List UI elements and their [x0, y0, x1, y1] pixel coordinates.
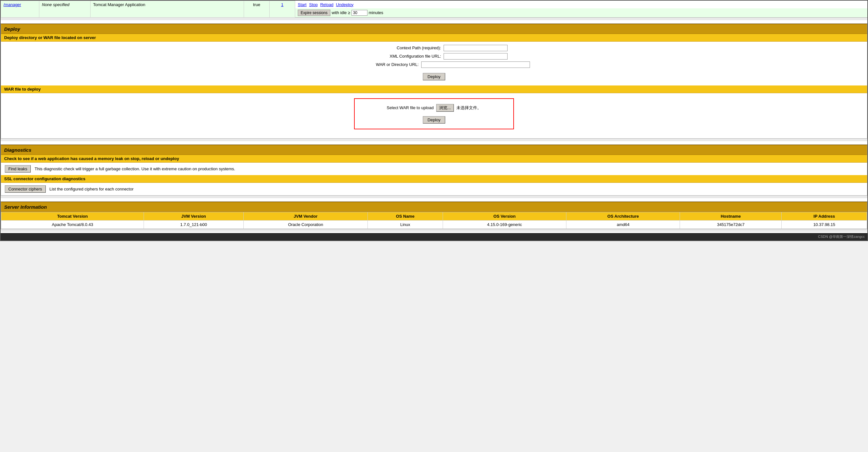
- sessions-link[interactable]: 1: [281, 2, 283, 7]
- tomcat-version-cell: Apache Tomcat/8.0.43: [1, 220, 144, 229]
- war-dir-row: WAR or Directory URL:: [7, 61, 861, 68]
- app-table: /manager None specified Tomcat Manager A…: [1, 1, 867, 18]
- server-table-header-row: Tomcat Version JVM Version JVM Vendor OS…: [1, 212, 867, 220]
- col-jvm-version: JVM Version: [144, 212, 244, 220]
- war-dir-label: WAR or Directory URL:: [338, 62, 421, 67]
- leaks-description: This diagnostic check will trigger a ful…: [35, 166, 235, 171]
- os-arch-cell: amd64: [566, 220, 680, 229]
- expire-row: Expire sessions with idle ≥ minutes: [295, 8, 867, 17]
- find-leaks-button[interactable]: Find leaks: [5, 165, 31, 173]
- xml-config-row: XML Configuration file URL:: [7, 53, 861, 60]
- start-link[interactable]: Start: [298, 2, 306, 7]
- connector-row: Connector ciphers List the configured ci…: [1, 183, 867, 195]
- war-subsection-title: WAR file to deploy: [4, 87, 41, 91]
- upload-label: Select WAR file to upload: [387, 105, 434, 110]
- server-info-header: Server Information: [1, 202, 867, 212]
- gap1: [1, 18, 867, 20]
- reload-link[interactable]: Reload: [320, 2, 333, 7]
- war-deploy-btn-row: Deploy: [360, 115, 508, 123]
- war-subsection-header: WAR file to deploy: [1, 85, 867, 93]
- col-jvm-vendor: JVM Vendor: [243, 212, 368, 220]
- no-file-text: 未选择文件。: [456, 105, 481, 111]
- deploy-btn-row: Deploy: [7, 70, 861, 82]
- diagnostics-title: Diagnostics: [4, 147, 31, 153]
- col-ip-address: IP Address: [782, 212, 867, 220]
- deploy-form: Context Path (required): XML Configurati…: [1, 41, 867, 85]
- server-info-section: Server Information Tomcat Version JVM Ve…: [1, 201, 867, 229]
- undeploy-link[interactable]: Undeploy: [336, 2, 353, 7]
- war-upload-box: Select WAR file to upload 浏览... 未选择文件。 D…: [354, 98, 514, 129]
- war-deploy-button[interactable]: Deploy: [423, 116, 445, 123]
- idle-label2: minutes: [369, 10, 383, 15]
- context-path-label: Context Path (required):: [361, 46, 443, 50]
- find-leaks-row: Find leaks This diagnostic check will tr…: [1, 163, 867, 175]
- app-display-name: Tomcat Manager Application: [93, 2, 145, 7]
- diagnostics-header: Diagnostics: [1, 145, 867, 155]
- os-version-cell: 4.15.0-169-generic: [443, 220, 566, 229]
- deploy-subsection-title: Deploy directory or WAR file located on …: [4, 35, 96, 40]
- context-path-row: Context Path (required):: [7, 45, 861, 51]
- idle-label1: with idle ≥: [332, 10, 350, 15]
- connector-ciphers-button[interactable]: Connector ciphers: [5, 185, 46, 193]
- col-os-name: OS Name: [368, 212, 443, 220]
- deploy-title: Deploy: [4, 26, 20, 32]
- war-upload-row: Select WAR file to upload 浏览... 未选择文件。: [360, 104, 508, 112]
- context-path-input[interactable]: [443, 45, 507, 51]
- leaks-subtitle: Check to see if a web application has ca…: [4, 156, 179, 161]
- server-info-title: Server Information: [4, 204, 47, 210]
- idle-input[interactable]: [351, 10, 368, 16]
- virtual-host: None specified: [42, 2, 69, 7]
- deploy-section: Deploy Deploy directory or WAR file loca…: [1, 23, 867, 139]
- col-hostname: Hostname: [680, 212, 782, 220]
- diagnostics-section: Diagnostics Check to see if a web applic…: [1, 144, 867, 196]
- page-wrapper: /manager None specified Tomcat Manager A…: [0, 0, 868, 241]
- action-links: Start Stop Reload Undeploy: [295, 1, 867, 8]
- xml-config-label: XML Configuration file URL:: [361, 54, 443, 59]
- col-tomcat-version: Tomcat Version: [1, 212, 144, 220]
- col-os-arch: OS Architecture: [566, 212, 680, 220]
- ip-address-cell: 10.37.98.15: [782, 220, 867, 229]
- server-info-row: Apache Tomcat/8.0.43 1.7.0_121-b00 Oracl…: [1, 220, 867, 229]
- hostname-cell: 345175e72dc7: [680, 220, 782, 229]
- gap3: [1, 196, 867, 198]
- leaks-subsection-header: Check to see if a web application has ca…: [1, 155, 867, 163]
- connector-desc: List the configured ciphers for each con…: [50, 187, 134, 192]
- ssl-subtitle: SSL connector configuration diagnostics: [4, 176, 85, 181]
- gap2: [1, 139, 867, 141]
- stop-link[interactable]: Stop: [309, 2, 318, 7]
- gap4: [1, 229, 867, 232]
- expire-sessions-button[interactable]: Expire sessions: [298, 9, 330, 16]
- browse-button[interactable]: 浏览...: [436, 104, 454, 112]
- war-section: Select WAR file to upload 浏览... 未选择文件。 D…: [1, 93, 867, 138]
- actions-container: Start Stop Reload Undeploy Expire sessio…: [295, 1, 867, 17]
- col-os-version: OS Version: [443, 212, 566, 220]
- deploy-button[interactable]: Deploy: [423, 73, 445, 80]
- ssl-subsection-header: SSL connector configuration diagnostics: [1, 175, 867, 183]
- deploy-section-header: Deploy: [1, 24, 867, 34]
- xml-config-input[interactable]: [443, 53, 507, 60]
- deploy-subsection-header: Deploy directory or WAR file located on …: [1, 34, 867, 41]
- server-table: Tomcat Version JVM Version JVM Vendor OS…: [1, 212, 867, 229]
- manager-link[interactable]: /manager: [3, 2, 21, 7]
- os-name-cell: Linux: [368, 220, 443, 229]
- war-dir-input[interactable]: [421, 61, 530, 68]
- bottom-bar: CSDN @华南第一深情zangcc: [1, 233, 867, 241]
- app-row: /manager None specified Tomcat Manager A…: [1, 1, 868, 18]
- bottom-bar-text: CSDN @华南第一深情zangcc: [818, 235, 865, 238]
- jvm-version-cell: 1.7.0_121-b00: [144, 220, 244, 229]
- running-status: true: [253, 2, 260, 7]
- jvm-vendor-cell: Oracle Corporation: [243, 220, 368, 229]
